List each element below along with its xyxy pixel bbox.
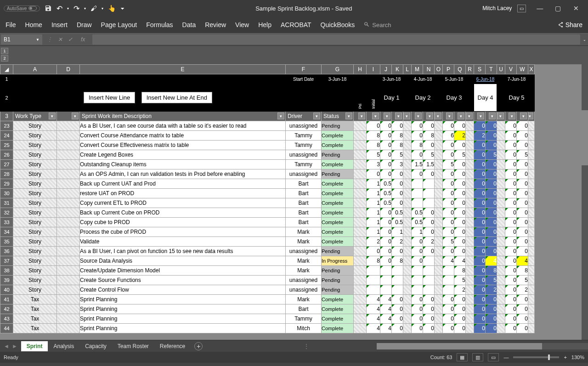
cell[interactable]: 1.5 (423, 160, 435, 169)
cell[interactable]: 0 (486, 179, 497, 189)
cell-work-type[interactable]: Story (13, 276, 57, 285)
col-header[interactable]: G (322, 65, 354, 74)
cell-desc[interactable]: Back up Current UAT and Prod (80, 179, 286, 189)
cell[interactable]: 0 (443, 247, 454, 256)
cell-id[interactable] (57, 324, 80, 333)
cell[interactable]: 0 (392, 304, 403, 314)
col-header[interactable]: V (505, 65, 517, 74)
cell[interactable]: 0 (505, 266, 517, 276)
cell[interactable]: 0 (454, 227, 466, 237)
cell[interactable]: 2 (423, 237, 435, 247)
cell-status[interactable]: Complete (322, 198, 354, 208)
col-header[interactable]: E (80, 65, 286, 74)
cell[interactable]: 0 (486, 237, 497, 247)
col-header[interactable]: D (57, 65, 80, 74)
cell[interactable]: 0.5 (380, 189, 392, 198)
col-header[interactable]: T (486, 65, 497, 74)
cell[interactable]: 0 (474, 237, 486, 247)
cell[interactable] (380, 266, 392, 276)
cell-desc[interactable]: As a BI User, I can see course data with… (80, 121, 286, 131)
cell[interactable]: 0 (486, 218, 497, 227)
tab-file[interactable]: File (6, 21, 16, 28)
row-header[interactable]: 39 (0, 276, 13, 285)
cell-desc[interactable]: Create Legend Boxes (80, 150, 286, 160)
cell[interactable]: 0 (505, 285, 517, 295)
cell[interactable]: 0 (454, 324, 466, 333)
cell-id[interactable] (57, 256, 80, 266)
cell[interactable] (443, 285, 454, 295)
cell-status[interactable]: Pending (322, 285, 354, 295)
cell[interactable]: 0 (454, 295, 466, 304)
cell[interactable]: 0 (486, 160, 497, 169)
cell[interactable]: 0 (412, 314, 423, 324)
redo-icon[interactable]: ↷ (74, 4, 79, 13)
cell[interactable] (423, 189, 435, 198)
cell-status[interactable]: Complete (322, 141, 354, 150)
cell[interactable]: 0 (380, 150, 392, 160)
cell[interactable]: 0 (412, 121, 423, 131)
cell-work-type[interactable]: Story (13, 218, 57, 227)
cell[interactable]: 0 (412, 150, 423, 160)
cell[interactable] (380, 276, 392, 285)
cell[interactable]: 0 (505, 131, 517, 141)
row-header[interactable]: 26 (0, 150, 13, 160)
row-header[interactable]: 27 (0, 160, 13, 169)
cell-work-type[interactable]: Story (13, 189, 57, 198)
cell[interactable]: 2 (454, 285, 466, 295)
cell[interactable]: 0 (505, 295, 517, 304)
cell[interactable]: 0 (474, 198, 486, 208)
cell[interactable]: 0.5 (412, 208, 423, 218)
cell[interactable]: 1 (367, 208, 380, 218)
cell[interactable]: 0 (412, 169, 423, 179)
cell[interactable]: 0 (474, 121, 486, 131)
col-header[interactable]: N (423, 65, 435, 74)
cell-work-type[interactable]: Story (13, 208, 57, 218)
cell[interactable]: 4 (367, 304, 380, 314)
cell[interactable]: 0 (412, 131, 423, 141)
cell-driver[interactable]: Bart (286, 208, 322, 218)
cell[interactable]: 0 (505, 208, 517, 218)
cell[interactable]: 0 (474, 218, 486, 227)
select-all-corner[interactable]: ◢ (0, 65, 13, 74)
cell-status[interactable]: Pending (322, 276, 354, 285)
cell[interactable]: 0 (412, 237, 423, 247)
cell[interactable]: 0 (517, 160, 528, 169)
cell[interactable]: 0 (454, 237, 466, 247)
tab-insert[interactable]: Insert (51, 21, 68, 28)
cell[interactable]: 0 (474, 141, 486, 150)
cell[interactable]: 0 (474, 150, 486, 160)
col-header[interactable]: M (412, 65, 423, 74)
cell[interactable]: 0 (517, 141, 528, 150)
cell[interactable] (423, 179, 435, 189)
cell-status[interactable]: Complete (322, 131, 354, 141)
cell[interactable]: 5 (443, 237, 454, 247)
cell[interactable]: 0 (380, 227, 392, 237)
cell[interactable]: 4 (367, 314, 380, 324)
cell[interactable]: 0.5 (392, 218, 403, 227)
col-header[interactable]: U (497, 65, 505, 74)
cell[interactable]: 0 (505, 256, 517, 266)
cell-driver[interactable]: unassigned (286, 247, 322, 256)
spreadsheet-grid[interactable]: ◢ A D E F G H I J K L M N O P Q R S T U … (0, 64, 535, 333)
cell-work-type[interactable]: Tax (13, 314, 57, 324)
sheet-tab-capacity[interactable]: Capacity (79, 341, 112, 351)
cell[interactable]: 6 (443, 131, 454, 141)
cell[interactable]: 4 (367, 324, 380, 333)
cell-work-type[interactable]: Tax (13, 324, 57, 333)
cell[interactable]: 4 (380, 304, 392, 314)
cell[interactable]: 0 (423, 141, 435, 150)
cell-status[interactable]: Complete (322, 208, 354, 218)
cell-driver[interactable]: Mark (286, 295, 322, 304)
cell[interactable]: 1 (412, 227, 423, 237)
cell[interactable]: 0 (443, 189, 454, 198)
cell[interactable]: 4 (486, 256, 497, 266)
cell[interactable]: 0 (423, 314, 435, 324)
cell-id[interactable] (57, 208, 80, 218)
cell[interactable]: 0 (505, 314, 517, 324)
cell[interactable]: 4 (380, 324, 392, 333)
cell[interactable]: 1.5 (412, 160, 423, 169)
view-page-layout-icon[interactable]: ▥ (472, 353, 483, 361)
cell[interactable] (412, 179, 423, 189)
cell[interactable]: 1 (367, 179, 380, 189)
col-header[interactable]: L (403, 65, 412, 74)
